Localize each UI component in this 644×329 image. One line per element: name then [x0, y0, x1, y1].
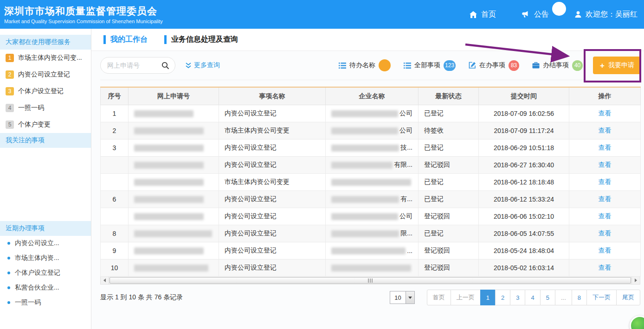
- redacted-application-no: [134, 110, 193, 117]
- cell-application-no: [129, 225, 219, 242]
- stat-in-progress-label: 在办事项: [479, 61, 505, 70]
- sidebar: 大家都在使用哪些服务 1 市场主体内资公司变... 2 内资公司设立登记 3 个…: [0, 29, 91, 329]
- cell-application-no: [129, 191, 219, 208]
- cell-seq: [101, 157, 129, 174]
- cell-seq: 10: [101, 259, 129, 277]
- toolbar: 更多查询 待办名称 全部事项 123 在办事项 83 办结事项 40 + 我要申…: [100, 51, 641, 80]
- page-next[interactable]: 下一页: [586, 290, 617, 305]
- redacted-company-name: [331, 230, 399, 237]
- page-5[interactable]: 5: [540, 290, 555, 305]
- redacted-application-no: [134, 162, 204, 169]
- site-title: 深圳市市场和质量监督管理委员会: [4, 6, 163, 16]
- sidebar-service-item[interactable]: 5 个体户变更: [0, 116, 91, 133]
- sidebar-service-item[interactable]: 1 市场主体内资公司变...: [0, 50, 91, 66]
- column-header: 操作: [569, 87, 641, 105]
- cell-action: 查看: [569, 225, 641, 242]
- edit-icon: [469, 62, 476, 69]
- view-link[interactable]: 查看: [599, 178, 612, 185]
- company-name-suffix: 限...: [400, 229, 412, 238]
- sidebar-service-item[interactable]: 4 一照一码: [0, 100, 91, 116]
- scroll-right-arrow-icon[interactable]: [631, 277, 640, 284]
- view-link[interactable]: 查看: [599, 212, 612, 220]
- view-link[interactable]: 查看: [599, 161, 612, 168]
- cell-company-name: 有...: [326, 191, 419, 208]
- cell-application-no: [129, 242, 219, 259]
- page-2[interactable]: 2: [495, 290, 510, 305]
- cell-matter-name: 内资公司设立登记: [219, 157, 326, 174]
- page-8[interactable]: 8: [572, 290, 587, 305]
- tab-business-info-query[interactable]: 业务信息处理及查询: [164, 35, 238, 44]
- sidebar-services-list: 1 市场主体内资公司变... 2 内资公司设立登记 3 个体户设立登记 4 一照…: [0, 50, 91, 133]
- nav-home-label: 首页: [481, 10, 496, 19]
- stat-in-progress[interactable]: 在办事项 83: [469, 60, 519, 71]
- cell-company-name: 公司: [326, 208, 419, 225]
- page-3[interactable]: 3: [510, 290, 525, 305]
- redacted-application-no: [134, 179, 204, 186]
- nav-announcements[interactable]: 公告: [522, 10, 549, 19]
- page-1[interactable]: 1: [480, 290, 496, 305]
- table-footer: 显示 1 到 10 条 共 76 条记录 10 首页上一页12345...8下一…: [100, 290, 640, 305]
- cell-application-no: [129, 208, 219, 225]
- pagination: 10 首页上一页12345...8下一页尾页: [390, 290, 640, 305]
- view-link[interactable]: 查看: [599, 195, 612, 202]
- cell-status: 已登记: [419, 174, 479, 191]
- page-prev[interactable]: 上一页: [451, 290, 481, 305]
- sidebar-recent-item[interactable]: 个体户设立登记: [0, 266, 91, 280]
- nav-home[interactable]: 首页: [470, 10, 496, 19]
- cell-seq: 1: [101, 105, 129, 122]
- sidebar-recent-item[interactable]: 市场主体内资...: [0, 251, 91, 266]
- view-link[interactable]: 查看: [599, 144, 612, 151]
- user-icon: [575, 11, 581, 18]
- main-content: 我的工作台 业务信息处理及查询: [91, 29, 644, 329]
- cell-action: 查看: [569, 174, 641, 191]
- column-header: 网上申请号: [129, 87, 219, 105]
- view-link[interactable]: 查看: [599, 127, 612, 134]
- user-welcome[interactable]: 欢迎您：吴丽红: [575, 10, 638, 19]
- sidebar-recent-item[interactable]: 私营合伙企业...: [0, 280, 91, 295]
- cell-submit-time: 2018-06-05 14:07:55: [479, 225, 569, 242]
- scrollbar-thumb[interactable]: [109, 277, 631, 284]
- results-table: 序号网上申请号事项名称企业名称最新状态提交时间操作 1 内资公司设立登记 公司 …: [100, 87, 640, 285]
- rank-badge: 1: [6, 54, 14, 62]
- view-link[interactable]: 查看: [599, 247, 612, 254]
- page-last[interactable]: 尾页: [616, 290, 640, 305]
- sidebar-recent-item[interactable]: 内资公司设立...: [0, 236, 91, 251]
- cell-matter-name: 内资公司设立登记: [219, 259, 326, 277]
- cell-matter-name: 市场主体内资公司变更: [219, 122, 326, 139]
- cell-status: 已登记: [419, 191, 479, 208]
- cell-seq: 2: [101, 122, 129, 139]
- service-label: 个体户设立登记: [18, 87, 64, 95]
- home-icon: [470, 11, 477, 18]
- view-link[interactable]: 查看: [599, 264, 612, 271]
- page-4[interactable]: 4: [525, 290, 540, 305]
- sidebar-followed-title[interactable]: 我关注的事项: [0, 133, 91, 148]
- view-link[interactable]: 查看: [599, 109, 612, 117]
- stat-completed[interactable]: 办结事项 40: [532, 60, 583, 71]
- search-input[interactable]: [106, 61, 159, 70]
- cell-submit-time: 2018-06-12 18:18:48: [479, 174, 569, 191]
- site-subtitle: Market and Quality Supervision Commissio…: [4, 19, 163, 24]
- scroll-left-arrow-icon[interactable]: [101, 277, 109, 284]
- view-link[interactable]: 查看: [599, 229, 612, 237]
- column-header: 事项名称: [219, 87, 326, 105]
- redacted-application-no: [134, 127, 204, 134]
- more-query-link[interactable]: 更多查询: [186, 61, 220, 70]
- cell-submit-time: 2018-05-02 16:03:14: [479, 259, 569, 277]
- stat-count-badge: [379, 59, 391, 71]
- stat-pending-names[interactable]: 待办名称: [339, 59, 391, 71]
- sidebar-recent-item[interactable]: 一照一码: [0, 295, 91, 310]
- apply-button[interactable]: + 我要申请: [593, 57, 641, 74]
- horizontal-scrollbar[interactable]: [100, 277, 640, 285]
- search-icon[interactable]: [161, 62, 169, 70]
- sidebar-service-item[interactable]: 2 内资公司设立登记: [0, 66, 91, 83]
- page-size-select[interactable]: 10: [390, 291, 414, 304]
- tab-my-workbench[interactable]: 我的工作台: [103, 35, 148, 44]
- recent-label: 市场主体内资...: [15, 254, 59, 262]
- stat-all-items[interactable]: 全部事项 123: [404, 60, 456, 71]
- dropdown-arrow-icon[interactable]: [406, 291, 414, 304]
- rank-badge: 5: [6, 120, 14, 129]
- sidebar-service-item[interactable]: 3 个体户设立登记: [0, 83, 91, 100]
- cell-company-name: 公司: [326, 122, 419, 139]
- page-size-value: 10: [394, 294, 401, 301]
- page-first[interactable]: 首页: [427, 290, 451, 305]
